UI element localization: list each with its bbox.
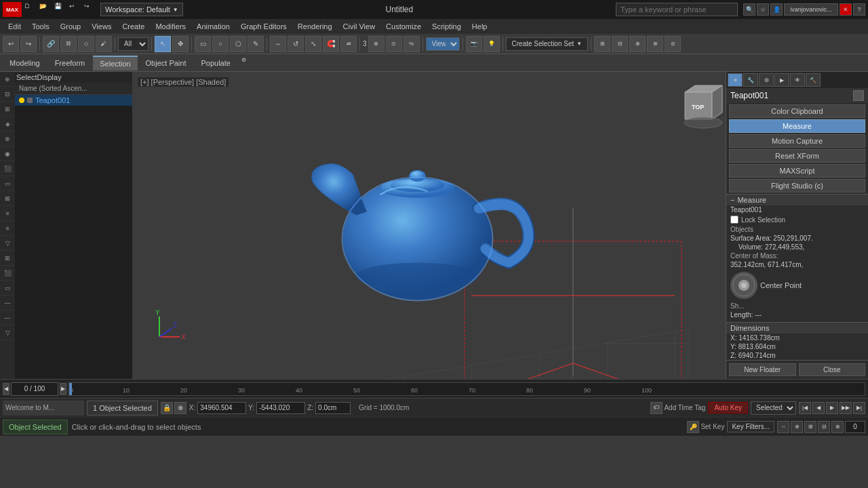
strip-icon-13[interactable]: ⊞ xyxy=(0,251,15,266)
strip-icon-3[interactable]: ⊞ xyxy=(0,102,15,117)
snap-status-btn[interactable]: ⊕ xyxy=(174,402,186,414)
play-btn[interactable]: ▶ xyxy=(826,402,838,414)
tab-selection[interactable]: Selection xyxy=(93,56,137,70)
rp-tab-hierarchy[interactable]: ⚙ xyxy=(759,73,774,87)
menu-tools[interactable]: Tools xyxy=(26,19,55,34)
tl-next-arrow[interactable]: ▶ xyxy=(60,383,66,395)
tab-modeling[interactable]: Modeling xyxy=(3,56,47,70)
viewport-cube[interactable]: TOP xyxy=(671,79,719,126)
measure-btn[interactable]: Measure xyxy=(729,119,865,133)
view-select[interactable]: View xyxy=(426,37,460,51)
go-start-btn[interactable]: |◀ xyxy=(799,402,811,414)
create-selection[interactable]: [+] [Perspective] [Shaded] Create Select… xyxy=(506,37,589,51)
strip-icon-17[interactable]: — xyxy=(0,310,15,325)
bookmark-btn[interactable]: ☆ xyxy=(757,3,769,16)
rotate-btn[interactable]: ↺ xyxy=(288,36,304,52)
menu-animation[interactable]: Animation xyxy=(191,19,235,34)
strip-icon-11[interactable]: ≡ xyxy=(0,221,15,236)
light-btn[interactable]: 💡 xyxy=(484,36,500,52)
strip-icon-7[interactable]: ⬛ xyxy=(0,161,15,176)
tag-icon[interactable]: 🏷 xyxy=(650,402,663,414)
anim-ctrl-5[interactable]: ⊗ xyxy=(831,421,844,433)
measure-section-header[interactable]: − Measure xyxy=(726,194,868,205)
save-btn[interactable]: 💾 xyxy=(54,3,68,16)
strip-icon-1[interactable]: ⊕ xyxy=(0,72,15,87)
rect-select[interactable]: ▭ xyxy=(195,36,211,52)
center-point-row[interactable]: Center Point xyxy=(730,272,864,299)
snap2[interactable]: % xyxy=(403,36,420,52)
select-tool[interactable]: ↖ xyxy=(155,36,171,52)
strip-icon-18[interactable]: ▽ xyxy=(0,325,15,340)
pivot[interactable]: ⊙ xyxy=(386,36,402,52)
menu-rendering[interactable]: Rendering xyxy=(292,19,338,34)
panel-lock[interactable] xyxy=(853,90,864,101)
anim-ctrl-3[interactable]: ⊞ xyxy=(804,421,816,433)
prev-frame-btn[interactable]: ◀ xyxy=(812,402,825,414)
menu-edit[interactable]: Edit xyxy=(3,19,26,34)
set-key-icon[interactable]: 🔑 xyxy=(687,421,699,433)
redo-tool[interactable]: ↪ xyxy=(20,36,37,52)
next-frame-btn[interactable]: ▶| xyxy=(853,402,865,414)
key-filters-btn[interactable]: Key Filters... xyxy=(727,421,774,432)
anim-ctrl-1[interactable]: ↔ xyxy=(777,421,789,433)
menu-group[interactable]: Group xyxy=(55,19,87,34)
strip-icon-16[interactable]: — xyxy=(0,296,15,310)
mirror-btn[interactable]: ⇌ xyxy=(340,36,357,52)
sub-extra[interactable]: ⚙ xyxy=(241,57,254,69)
redo-btn[interactable]: ↪ xyxy=(84,3,98,16)
timeline-track[interactable]: 0 10 20 30 40 50 60 70 80 90 100 xyxy=(68,382,865,396)
fence-select[interactable]: ⬠ xyxy=(230,36,246,52)
bind-tool[interactable]: ◇ xyxy=(78,36,94,52)
workspace-dropdown-icon[interactable]: ▼ xyxy=(173,7,178,13)
paint-tool[interactable]: 🖌 xyxy=(96,36,112,52)
menu-views[interactable]: Views xyxy=(86,19,117,34)
rp-tab-light[interactable]: ☀ xyxy=(728,73,743,87)
snap-btn[interactable]: 🧲 xyxy=(323,36,339,52)
z-input[interactable] xyxy=(315,402,351,414)
rp-tab-modify[interactable]: 🔧 xyxy=(743,73,758,87)
x-input[interactable] xyxy=(197,402,246,414)
new-btn[interactable]: 🗋 xyxy=(24,3,38,16)
link-tool[interactable]: 🔗 xyxy=(43,36,59,52)
tab-object-paint[interactable]: Object Paint xyxy=(139,56,193,70)
undo-btn[interactable]: ↩ xyxy=(69,3,83,16)
close-btn[interactable]: ✕ xyxy=(840,3,852,16)
motion-capture-btn[interactable]: Motion Capture xyxy=(729,134,865,148)
extra4[interactable]: ⊗ xyxy=(647,36,663,52)
open-btn[interactable]: 📂 xyxy=(39,3,53,16)
unlink-tool[interactable]: ⛓ xyxy=(60,36,77,52)
flight-studio-btn[interactable]: Flight Studio (c) xyxy=(729,179,865,192)
workspace-selector[interactable]: Workspace: Default ▼ xyxy=(100,3,183,16)
maxscript-btn[interactable]: MAXScript xyxy=(729,164,865,178)
strip-icon-2[interactable]: ⊟ xyxy=(0,87,15,102)
search-input[interactable] xyxy=(616,3,738,16)
extra3[interactable]: ⊕ xyxy=(629,36,646,52)
color-clipboard-btn[interactable]: Color Clipboard xyxy=(729,104,865,118)
auto-key-btn[interactable]: Auto Key xyxy=(708,402,748,413)
menu-graph-editors[interactable]: Graph Editors xyxy=(235,19,292,34)
help-btn[interactable]: ? xyxy=(853,3,865,16)
strip-icon-9[interactable]: ⊠ xyxy=(0,191,15,206)
filter-select[interactable]: All xyxy=(118,37,149,51)
anim-ctrl-2[interactable]: ⊕ xyxy=(791,421,803,433)
strip-icon-15[interactable]: ▭ xyxy=(0,281,15,296)
rp-tab-utilities[interactable]: 🔨 xyxy=(806,73,821,87)
move-tool[interactable]: ✥ xyxy=(172,36,189,52)
strip-icon-12[interactable]: ▽ xyxy=(0,236,15,251)
panel-tab-display[interactable]: Display xyxy=(37,73,62,81)
menu-help[interactable]: Help xyxy=(467,19,493,34)
strip-icon-4[interactable]: ◈ xyxy=(0,117,15,131)
move-btn[interactable]: ↔ xyxy=(270,36,286,52)
list-item[interactable]: Teapot001 xyxy=(15,95,132,106)
strip-icon-10[interactable]: ≡ xyxy=(0,206,15,221)
camera-btn[interactable]: 📷 xyxy=(466,36,482,52)
rp-tab-display[interactable]: 👁 xyxy=(790,73,805,87)
tab-freeform[interactable]: Freeform xyxy=(48,56,92,70)
selected-dropdown[interactable]: Selected xyxy=(751,401,796,415)
extra2[interactable]: ⊟ xyxy=(612,36,628,52)
strip-icon-8[interactable]: ▭ xyxy=(0,176,15,191)
play-all-btn[interactable]: ▶▶ xyxy=(840,402,852,414)
menu-customize[interactable]: Customize xyxy=(380,19,427,34)
reset-xform-btn[interactable]: Reset XForm xyxy=(729,149,865,163)
extra5[interactable]: ⊘ xyxy=(665,36,681,52)
